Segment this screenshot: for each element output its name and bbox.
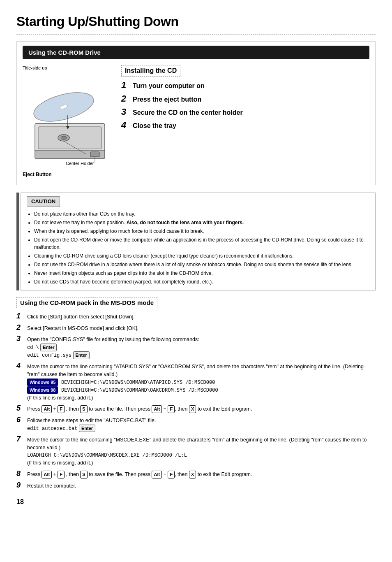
- msdos-step-num-2: 2: [16, 324, 25, 331]
- x-key-2: X: [189, 471, 196, 478]
- svg-rect-8: [90, 152, 99, 157]
- enter-key-1: Enter: [40, 344, 57, 351]
- msdos-step-content-9: Restart the computer.: [27, 482, 376, 490]
- installing-title: Installing the CD: [121, 65, 180, 77]
- alt-key-2: Alt: [152, 405, 162, 413]
- s-key-1: S: [80, 405, 87, 413]
- step-num-4: 4: [121, 121, 130, 130]
- caution-item-4: Do not open the CD-ROM drive or move the…: [34, 236, 369, 251]
- msdos-step-num-9: 9: [16, 481, 25, 489]
- msdos-step-num-3: 3: [16, 335, 25, 342]
- msdos-step-3: 3 Open the "CONFIG.SYS" file for editing…: [16, 335, 376, 359]
- msdos-step-content-1: Click the [Start] button then select [Sh…: [27, 313, 376, 321]
- page-title: Starting Up/Shutting Down: [16, 12, 376, 31]
- caution-item-2: Do not leave the tray in the open positi…: [34, 219, 369, 226]
- f-key-1: F: [58, 405, 65, 413]
- caution-label: CAUTION: [27, 196, 60, 207]
- msdos-step-5: 5 Press Alt + F , then S to save the fil…: [16, 404, 376, 413]
- caution-container: CAUTION Do not place items other than CD…: [16, 193, 376, 290]
- step-num-3: 3: [121, 107, 130, 116]
- caution-item-5: Cleaning the CD-ROM drive using a CD len…: [34, 252, 369, 260]
- s-key-2: S: [80, 471, 87, 478]
- cd-rom-content: Title-side up: [23, 65, 369, 178]
- caution-item-6: Do not use the CD-ROM drive in a locatio…: [34, 261, 369, 268]
- installing-cd: Installing the CD 1 Turn your computer o…: [121, 65, 369, 134]
- msdos-step-6: 6 Follow the same steps to edit the "AUT…: [16, 416, 376, 432]
- msdos-step-content-2: Select [Restart in MS-DOS mode] and clic…: [27, 325, 376, 332]
- win98-badge: Windows 98: [27, 386, 58, 394]
- msdos-step-num-7: 7: [16, 435, 25, 443]
- msdos-step-9: 9 Restart the computer.: [16, 481, 376, 490]
- msdos-step-content-8: Press Alt + F , then S to save the file.…: [27, 471, 376, 478]
- msdos-step-num-5: 5: [16, 404, 25, 412]
- msdos-section: Using the CD-ROM pack in the MS-DOS mode…: [16, 297, 376, 490]
- f-key-3: F: [58, 471, 65, 478]
- msdos-step-8: 8 Press Alt + F , then S to save the fil…: [16, 470, 376, 478]
- msdos-step-content-7: Move the cursor to the line containing "…: [27, 436, 376, 467]
- install-step-4: 4 Close the tray: [121, 121, 369, 130]
- caution-item-3: When the tray is opened, applying too mu…: [34, 228, 369, 235]
- f-key-2: F: [168, 405, 175, 413]
- msdos-step-content-5: Press Alt + F , then S to save the file.…: [27, 405, 376, 413]
- step-num-2: 2: [121, 94, 130, 103]
- caution-item-8: Do not use CDs that have become deformed…: [34, 278, 369, 286]
- svg-rect-1: [38, 127, 101, 149]
- install-step-3: 3 Secure the CD on the center holder: [121, 107, 369, 117]
- msdos-step-7: 7 Move the cursor to the line containing…: [16, 435, 376, 467]
- alt-key-3: Alt: [42, 471, 52, 478]
- step-text-3: Secure the CD on the center holder: [133, 108, 243, 117]
- cd-tray-diagram: [23, 72, 113, 167]
- caution-list: Do not place items other than CDs on the…: [27, 210, 369, 286]
- cd-diagram: Title-side up: [23, 65, 113, 178]
- step-text-1: Turn your computer on: [133, 81, 205, 91]
- step-num-1: 1: [121, 81, 130, 90]
- msdos-step-content-4: Move the cursor to the line containing "…: [27, 363, 376, 402]
- msdos-step-num-8: 8: [16, 470, 25, 477]
- msdos-step-4: 4 Move the cursor to the line containing…: [16, 362, 376, 402]
- title-side-label: Title-side up: [23, 65, 113, 71]
- alt-key-1: Alt: [42, 405, 52, 413]
- enter-key-3: Enter: [79, 425, 95, 432]
- svg-point-6: [61, 136, 67, 139]
- msdos-step-content-3: Open the "CONFIG.SYS" file for editing b…: [27, 336, 376, 359]
- caution-left-bar: [16, 193, 19, 290]
- install-step-2: 2 Press the eject button: [121, 94, 369, 104]
- msdos-step-content-6: Follow the same steps to edit the "AUTOE…: [27, 417, 376, 432]
- msdos-step-2: 2 Select [Restart in MS-DOS mode] and cl…: [16, 324, 376, 332]
- step-text-4: Close the tray: [133, 121, 176, 130]
- msdos-step-num-4: 4: [16, 362, 25, 369]
- x-key-1: X: [189, 405, 196, 413]
- install-step-1: 1 Turn your computer on: [121, 81, 369, 91]
- msdos-title: Using the CD-ROM pack in the MS-DOS mode: [16, 297, 157, 308]
- msdos-step-num-6: 6: [16, 416, 25, 423]
- cd-rom-section: Using the CD-ROM Drive Title-side up: [16, 41, 376, 185]
- step-text-2: Press the eject button: [133, 95, 201, 104]
- f-key-4: F: [168, 471, 175, 478]
- caution-item-7: Never insert foreign objects such as pap…: [34, 269, 369, 277]
- msdos-step-1: 1 Click the [Start] button then select […: [16, 312, 376, 321]
- cd-rom-header: Using the CD-ROM Drive: [23, 46, 369, 59]
- msdos-step-num-1: 1: [16, 312, 25, 320]
- alt-key-4: Alt: [152, 471, 162, 478]
- caution-item-1: Do not place items other than CDs on the…: [34, 210, 369, 218]
- win95-badge: Windows 95: [27, 379, 58, 386]
- page-number: 18: [16, 497, 376, 506]
- caution-box: CAUTION Do not place items other than CD…: [21, 193, 376, 290]
- eject-button-label: Eject Button: [23, 171, 113, 178]
- enter-key-2: Enter: [73, 351, 90, 359]
